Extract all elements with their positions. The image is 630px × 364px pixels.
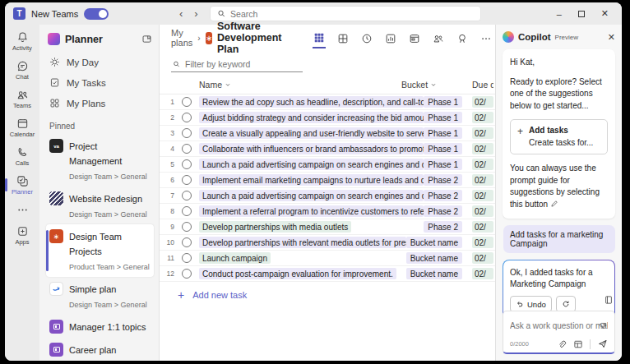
charts-view-icon[interactable] [384, 28, 397, 48]
task-bucket[interactable]: Bucket name [406, 252, 462, 264]
column-name[interactable]: Name [199, 80, 231, 90]
task-bucket[interactable]: Phase 1 [424, 159, 462, 170]
schedule-view-icon[interactable] [408, 28, 421, 48]
rail-item-activity[interactable]: Activity [5, 28, 39, 56]
task-bucket[interactable]: Phase 2 [424, 174, 462, 186]
add-tasks-suggestion[interactable]: + Add tasks Create tasks for... [510, 119, 608, 154]
table-icon[interactable] [573, 339, 583, 349]
task-name[interactable]: Collaborate with influencers or brand am… [199, 143, 424, 154]
table-row[interactable]: 7 Launch a paid advertising campaign on … [160, 188, 495, 204]
rail-item-calls[interactable]: Calls [5, 143, 39, 171]
task-name[interactable]: Adjust bidding strategy and consider inc… [199, 112, 424, 123]
copilot-input[interactable] [510, 321, 608, 330]
table-row[interactable]: 1 Review the ad copy such as headline, d… [160, 94, 495, 110]
add-new-task-button[interactable]: + Add new task [160, 282, 495, 301]
thumbs-down-icon[interactable] [599, 321, 608, 330]
task-bucket[interactable]: Phase 2 [424, 205, 462, 217]
pinned-plan-manager-topics[interactable]: Manager 1:1 topics [46, 315, 154, 338]
task-checkbox[interactable] [182, 206, 192, 216]
task-checkbox[interactable] [182, 128, 192, 138]
task-checkbox[interactable] [182, 191, 192, 200]
task-name[interactable]: Develop partnerships with media outlets [199, 221, 351, 233]
grid-view-icon[interactable] [313, 27, 326, 48]
task-due-date[interactable]: 02/ [472, 112, 493, 123]
task-bucket[interactable]: Phase 2 [424, 221, 462, 233]
task-checkbox[interactable] [182, 159, 192, 169]
table-row[interactable]: 5 Launch a paid advertising campaign on … [160, 157, 495, 173]
forward-button[interactable]: › [194, 7, 197, 20]
table-row[interactable]: 4 Collaborate with influencers or brand … [160, 141, 495, 157]
search-input[interactable] [230, 9, 474, 19]
rail-item-calendar[interactable]: Calendar [5, 114, 39, 142]
rail-item-teams[interactable]: Teams [5, 85, 39, 113]
send-icon[interactable] [597, 339, 608, 349]
task-due-date[interactable]: 02/ [472, 127, 493, 139]
task-due-date[interactable]: 02/ [472, 190, 493, 201]
task-due-date[interactable]: 02/ [472, 143, 493, 154]
rail-item-apps[interactable]: Apps [5, 222, 39, 250]
task-checkbox[interactable] [182, 222, 192, 232]
table-row[interactable]: 10 Develop partnerships with relevant me… [160, 235, 495, 251]
task-bucket[interactable]: Phase 1 [424, 112, 462, 123]
pinned-plan-website-redesign[interactable]: Website RedesignDesign Team > General [46, 187, 154, 224]
back-button[interactable]: ‹ [179, 7, 183, 20]
task-checkbox[interactable] [182, 144, 192, 154]
more-views-icon[interactable] [479, 28, 493, 48]
column-due-date[interactable]: Due date [472, 80, 493, 90]
task-due-date[interactable]: 02/ [472, 268, 493, 279]
task-name[interactable]: Review the ad copy such as headline, des… [199, 96, 424, 108]
task-bucket[interactable]: Phase 1 [424, 96, 462, 108]
column-bucket[interactable]: Bucket [401, 80, 472, 90]
breadcrumb-my-plans[interactable]: My plans [171, 28, 192, 48]
minimize-button[interactable]: – [557, 9, 562, 19]
maximize-button[interactable] [578, 11, 585, 17]
task-due-date[interactable]: 02/ [472, 252, 493, 264]
table-row[interactable]: 11 Launch campaign Bucket name 02/ [160, 251, 495, 266]
task-name[interactable]: Develop partnerships with relevant media… [199, 237, 406, 248]
task-checkbox[interactable] [182, 175, 192, 185]
task-due-date[interactable]: 02/ [472, 221, 493, 233]
table-row[interactable]: 12 Conduct post-campaign evaluation for … [160, 266, 495, 282]
sidebar-item-my-plans[interactable]: My Plans [46, 93, 154, 113]
task-name[interactable]: Launch a paid advertising campaign on se… [199, 159, 424, 170]
task-due-date[interactable]: 02/ [472, 96, 493, 108]
prompt-guide-icon[interactable] [602, 293, 615, 306]
table-row[interactable]: 2 Adjust bidding strategy and consider i… [160, 110, 495, 126]
task-due-date[interactable]: 02/ [472, 174, 493, 186]
task-name[interactable]: Launch campaign [199, 252, 271, 264]
table-row[interactable]: 6 Implement email marketing campaigns to… [160, 173, 495, 188]
close-copilot-icon[interactable]: ✕ [608, 32, 615, 43]
task-due-date[interactable]: 02/ [472, 237, 493, 248]
task-name[interactable]: Implement email marketing campaigns to n… [199, 174, 424, 186]
copilot-compose-box[interactable]: 0/2000 [503, 311, 615, 354]
close-button[interactable]: ✕ [601, 8, 609, 19]
table-row[interactable]: 8 Implement a referral program to incent… [160, 204, 495, 219]
table-row[interactable]: 3 Create a visually appealing and user-f… [160, 126, 495, 141]
task-checkbox[interactable] [182, 113, 192, 122]
open-in-window-icon[interactable] [141, 34, 152, 44]
task-checkbox[interactable] [182, 253, 192, 263]
attach-icon[interactable] [557, 339, 567, 349]
timeline-view-icon[interactable] [360, 28, 373, 48]
rail-item-planner[interactable]: Planner [5, 172, 39, 200]
task-bucket[interactable]: Bucket name [406, 268, 462, 279]
task-due-date[interactable]: 02/ [472, 159, 493, 170]
task-checkbox[interactable] [182, 269, 192, 279]
people-view-icon[interactable] [432, 28, 445, 48]
plan-title[interactable]: Software Development Plan [217, 21, 282, 55]
task-name[interactable]: Create a visually appealing and user-fri… [199, 127, 424, 139]
search-bar[interactable] [210, 6, 481, 21]
task-checkbox[interactable] [182, 237, 192, 247]
task-bucket[interactable]: Phase 1 [424, 127, 462, 139]
task-name[interactable]: Launch a paid advertising campaign on se… [199, 190, 424, 201]
task-bucket[interactable]: Phase 1 [424, 143, 462, 154]
sidebar-item-my-tasks[interactable]: My Tasks [46, 72, 154, 93]
filter-input[interactable] [185, 59, 301, 69]
pinned-plan-project-management[interactable]: va Project ManagementDesign Team > Gener… [46, 134, 154, 187]
filter-box[interactable] [171, 58, 303, 72]
task-bucket[interactable]: Phase 2 [424, 190, 462, 201]
goals-view-icon[interactable] [456, 28, 469, 48]
task-name[interactable]: Conduct post-campaign evaluation for imp… [199, 268, 396, 279]
rail-item-chat[interactable]: Chat [5, 57, 39, 85]
pinned-plan-simple-plan[interactable]: Simple planDesign Team > General [46, 277, 154, 315]
